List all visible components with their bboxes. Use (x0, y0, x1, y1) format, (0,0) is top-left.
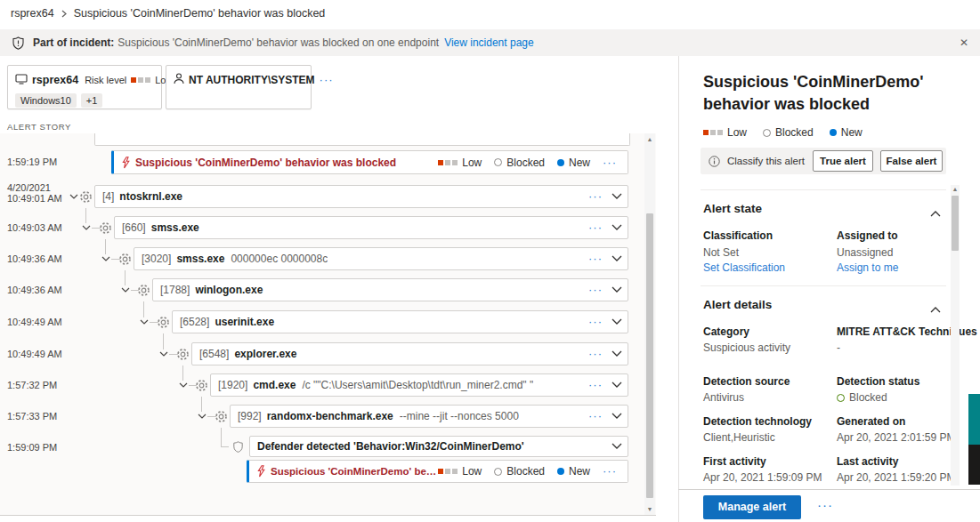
breadcrumb: rsprex64 Suspicious 'CoinMinerDemo' beha… (11, 7, 325, 20)
row-expand-chevron[interactable] (611, 413, 622, 420)
process-name: explorer.exe (234, 348, 296, 360)
device-os-tag[interactable]: Windows10 (15, 93, 77, 108)
process-node[interactable]: [3020]smss.exe000000ec 0000008c··· (134, 247, 628, 270)
process-node[interactable]: [6548]explorer.exe··· (191, 342, 628, 365)
detection-node[interactable]: Defender detected 'Behavior:Win32/CoinMi… (249, 436, 628, 457)
process-name: smss.exe (176, 253, 224, 265)
banner-close-icon[interactable]: ✕ (957, 36, 971, 50)
status-chip: Blocked (494, 157, 545, 169)
details-scrollbar[interactable]: ▲ (951, 185, 960, 486)
expand-toggle[interactable] (68, 192, 79, 201)
manage-alert-button[interactable]: Manage alert (703, 495, 801, 519)
process-name: userinit.exe (215, 316, 274, 328)
tree-scroll-down-icon[interactable]: ▼ (644, 506, 655, 512)
classification-label: Classification (703, 229, 773, 242)
user-name[interactable]: NT AUTHORITY\SYSTEM (189, 74, 315, 86)
assign-to-me-link[interactable]: Assign to me (837, 261, 898, 274)
partial-process-node[interactable] (94, 133, 630, 146)
process-pid: [992] (238, 410, 262, 422)
alert-state-collapse-icon[interactable] (930, 205, 941, 221)
row-expand-chevron[interactable] (611, 443, 622, 450)
expand-toggle[interactable] (138, 317, 150, 326)
gear-icon (195, 379, 208, 392)
state-chip: New (830, 126, 863, 139)
gear-icon (99, 221, 112, 235)
row-overflow-menu[interactable]: ··· (588, 349, 603, 358)
device-card[interactable]: rsprex64 Risk level Low ··· Windows10 +1 (7, 65, 162, 109)
expand-toggle[interactable] (158, 349, 169, 358)
row-expand-chevron[interactable] (611, 224, 622, 231)
process-node[interactable]: [1920]cmd.exe/c ""C:\Users\amit\Desktop\… (210, 373, 628, 397)
gear-icon (157, 316, 170, 329)
details-scrollbar-thumb[interactable] (952, 196, 959, 251)
tree-scroll-up-icon[interactable]: ▲ (644, 136, 655, 142)
banner-label: Part of incident: (33, 36, 114, 49)
row-overflow-menu[interactable]: ··· (603, 158, 617, 167)
alert-row-title: Suspicious 'CoinMinerDemo' behavior was … (135, 157, 396, 169)
tree-scrollbar-thumb[interactable] (646, 213, 653, 498)
expand-toggle[interactable] (177, 381, 189, 389)
row-expand-chevron[interactable] (611, 193, 622, 200)
false-alert-button[interactable]: False alert (880, 150, 943, 172)
expand-toggle[interactable] (119, 285, 131, 294)
process-args: 000000ec 0000008c (231, 253, 328, 265)
process-pid: [6548] (199, 348, 229, 360)
details-scroll-up-icon[interactable]: ▲ (950, 186, 960, 192)
alert-bolt-icon (256, 465, 265, 478)
defender-alert-page: rsprex64 Suspicious 'CoinMinerDemo' beha… (0, 0, 980, 522)
alert-node[interactable]: Suspicious 'CoinMinerDemo' behavior was … (111, 150, 628, 174)
gear-icon (118, 253, 132, 266)
process-node[interactable]: [660]smss.exe··· (114, 216, 628, 239)
process-node[interactable]: [992]randomx-benchmark.exe--mine --jit -… (230, 405, 628, 428)
tree-scrollbar[interactable]: ▲ ▼ (644, 133, 655, 515)
row-expand-chevron[interactable] (611, 350, 622, 357)
status-chip: Blocked (494, 465, 545, 478)
row-overflow-menu[interactable]: ··· (588, 381, 603, 389)
set-classification-link[interactable]: Set Classification (703, 261, 785, 274)
device-name[interactable]: rsprex64 (32, 74, 78, 86)
row-overflow-menu[interactable]: ··· (588, 223, 603, 232)
incident-shield-icon (12, 36, 24, 50)
alert-node[interactable]: Suspicious 'CoinMinerDemo' behavi...LowB… (247, 460, 628, 483)
process-pid: [660] (122, 221, 146, 234)
feedback-edge-tab[interactable] (968, 394, 980, 445)
process-name: randomx-benchmark.exe (267, 410, 393, 422)
user-person-icon (174, 72, 184, 88)
row-overflow-menu[interactable]: ··· (588, 317, 603, 326)
expand-toggle[interactable] (100, 254, 111, 263)
manage-alert-overflow-menu[interactable]: ··· (817, 501, 833, 510)
alert-details-collapse-icon[interactable] (930, 301, 941, 317)
process-node[interactable]: [6528]userinit.exe··· (172, 310, 628, 333)
row-expand-chevron[interactable] (611, 381, 622, 389)
row-expand-chevron[interactable] (611, 286, 622, 293)
alert-bolt-icon (121, 157, 130, 169)
row-overflow-menu[interactable]: ··· (588, 412, 603, 421)
info-icon (709, 156, 720, 167)
breadcrumb-device-link[interactable]: rsprex64 (11, 7, 54, 20)
alert-story-tree: 1:59:19 PMSuspicious 'CoinMinerDemo' beh… (0, 133, 656, 516)
process-node[interactable]: [1788]winlogon.exe··· (152, 278, 628, 301)
generated-on-label: Generated on (837, 415, 905, 428)
row-overflow-menu[interactable]: ··· (588, 285, 603, 294)
timestamp: 10:49:36 AM (7, 253, 62, 264)
severity-chip: Low (438, 465, 482, 478)
user-card-overflow-menu[interactable]: ··· (320, 76, 334, 84)
alert-title-chips: LowBlockedNew (703, 126, 868, 139)
expand-toggle[interactable] (80, 223, 92, 232)
timestamp: 1:57:32 PM (7, 380, 57, 390)
edge-dark-tab[interactable] (968, 445, 980, 485)
process-pid: [1920] (218, 379, 247, 391)
row-overflow-menu[interactable]: ··· (588, 192, 603, 201)
process-node[interactable]: [4]ntoskrnl.exe··· (94, 185, 628, 208)
generated-on-value: Apr 20, 2021 2:01:59 PM (837, 431, 955, 444)
true-alert-button[interactable]: True alert (813, 150, 873, 172)
detection-technology-value: Client,Heuristic (703, 431, 775, 444)
device-more-tags-badge[interactable]: +1 (81, 93, 103, 108)
expand-toggle[interactable] (196, 412, 207, 421)
row-overflow-menu[interactable]: ··· (603, 467, 617, 476)
row-expand-chevron[interactable] (611, 318, 622, 325)
row-expand-chevron[interactable] (611, 255, 622, 262)
view-incident-page-link[interactable]: View incident page (444, 36, 534, 49)
user-card[interactable]: NT AUTHORITY\SYSTEM ··· (166, 65, 312, 109)
row-overflow-menu[interactable]: ··· (588, 254, 603, 263)
